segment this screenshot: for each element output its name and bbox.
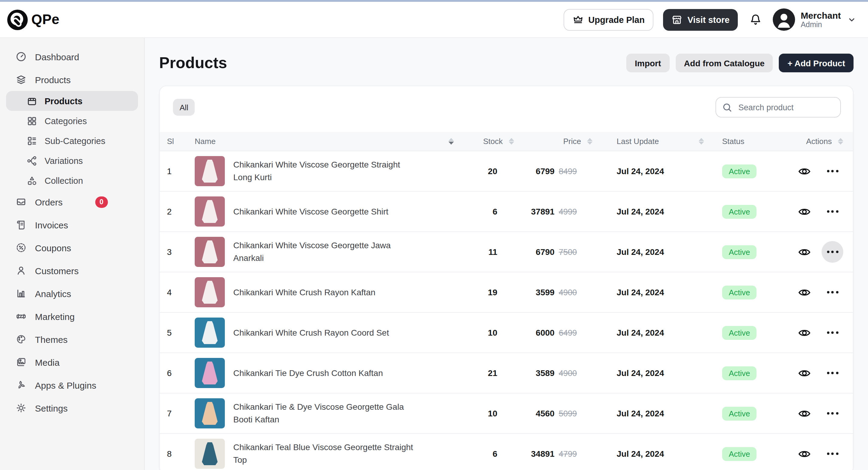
col-price: Price (563, 137, 581, 146)
qpe-logo-icon (7, 9, 28, 30)
product-name[interactable]: Chikankari Tie Dye Crush Cotton Kaftan (233, 367, 383, 379)
product-thumbnail[interactable] (195, 196, 225, 226)
product-thumbnail[interactable] (195, 237, 225, 267)
last-update-value: Jul 24, 2024 (592, 328, 704, 338)
last-update-value: Jul 24, 2024 (592, 409, 704, 418)
product-thumbnail[interactable] (195, 277, 225, 307)
sidebar-item-media[interactable]: Media (6, 351, 138, 374)
product-name[interactable]: Chikankari White Viscose Georgette Shirt (233, 205, 389, 218)
stock-value: 11 (454, 247, 514, 257)
sidebar-item-sub-categories[interactable]: Sub-Categories (6, 131, 138, 151)
product-name[interactable]: Chikankari White Viscose Georgette Jawa … (233, 239, 414, 264)
add-product-button[interactable]: + Add Product (779, 54, 854, 72)
row-actions-menu-icon[interactable] (822, 241, 843, 263)
row-serial: 1 (167, 166, 195, 176)
product-name[interactable]: Chikankari Teal Blue Viscose Georgette S… (233, 441, 414, 466)
product-name[interactable]: Chikankari White Crush Rayon Coord Set (233, 326, 389, 339)
table-header: Sl Name Stock (160, 132, 853, 151)
sidebar-item-categories[interactable]: Categories (6, 111, 138, 131)
chart-icon (16, 288, 27, 299)
add-from-catalogue-button[interactable]: Add from Catalogue (675, 54, 773, 72)
view-product-eye-icon[interactable] (798, 245, 811, 258)
page-title: Products (159, 54, 227, 72)
sidebar-item-coupons[interactable]: Coupons (6, 236, 138, 259)
product-thumbnail[interactable] (195, 439, 225, 469)
share-icon (27, 155, 37, 166)
sort-actions-icon[interactable] (838, 138, 843, 145)
import-button[interactable]: Import (626, 54, 670, 72)
filter-tab-all[interactable]: All (173, 99, 195, 116)
sidebar-item-settings[interactable]: Settings (6, 397, 138, 419)
view-product-eye-icon[interactable] (798, 447, 811, 460)
sidebar-item-analytics[interactable]: Analytics (6, 282, 138, 305)
visit-store-button[interactable]: Visit store (663, 9, 738, 30)
view-product-eye-icon[interactable] (798, 326, 811, 339)
last-update-value: Jul 24, 2024 (592, 247, 704, 257)
row-actions-menu-icon[interactable] (822, 201, 843, 222)
product-thumbnail[interactable] (195, 398, 225, 429)
crown-icon (572, 14, 584, 25)
product-name[interactable]: Chikankari White Crush Rayon Kaftan (233, 286, 375, 299)
sidebar-item-products-group[interactable]: Products (6, 68, 138, 91)
gear-icon (16, 403, 27, 413)
view-product-eye-icon[interactable] (798, 366, 811, 380)
last-update-value: Jul 24, 2024 (592, 166, 704, 176)
user-name: Merchant (801, 10, 841, 21)
sidebar-item-apps-plugins[interactable]: Apps & Plugins (6, 374, 138, 397)
col-name: Name (195, 137, 216, 146)
table-row: 4 Chikankari White Crush Rayon Kaftan 19… (160, 272, 853, 312)
notifications-bell-icon[interactable] (748, 12, 764, 27)
search-icon (722, 102, 733, 113)
product-name[interactable]: Chikankari Tie & Dye Viscose Georgette G… (233, 401, 414, 426)
sidebar-item-invoices[interactable]: Invoices (6, 213, 138, 236)
sort-name-icon[interactable] (448, 138, 454, 145)
sidebar-item-products[interactable]: Products (6, 91, 138, 111)
sidebar-item-variations[interactable]: Variations (6, 151, 138, 170)
discount-icon (16, 242, 27, 253)
view-product-eye-icon[interactable] (798, 286, 811, 299)
old-price: 6499 (559, 328, 577, 337)
sort-price-icon[interactable] (587, 138, 592, 145)
banner-icon (16, 311, 27, 322)
brand-name: QPe (31, 11, 59, 28)
product-thumbnail[interactable] (195, 318, 225, 348)
search-input[interactable] (737, 102, 846, 113)
row-actions-menu-icon[interactable] (822, 443, 843, 465)
upgrade-plan-button[interactable]: Upgrade Plan (564, 9, 654, 30)
sidebar-item-themes[interactable]: Themes (6, 328, 138, 351)
list-grid-icon (27, 135, 37, 146)
product-thumbnail[interactable] (195, 358, 225, 388)
user-menu[interactable]: Merchant Admin (773, 8, 856, 31)
app-viewport: QPe Upgrade Plan Visi (0, 0, 868, 470)
garment-shape (202, 200, 218, 223)
row-actions-menu-icon[interactable] (822, 281, 843, 303)
sidebar-item-marketing[interactable]: Marketing (6, 305, 138, 328)
sidebar-item-orders[interactable]: Orders 0 (6, 190, 138, 213)
view-product-eye-icon[interactable] (798, 407, 811, 420)
search-box[interactable] (715, 97, 841, 118)
sidebar-item-customers[interactable]: Customers (6, 259, 138, 282)
last-update-value: Jul 24, 2024 (592, 449, 704, 459)
row-actions-menu-icon[interactable] (822, 160, 843, 182)
old-price: 8499 (559, 167, 577, 176)
table-row: 5 Chikankari White Crush Rayon Coord Set… (160, 312, 853, 352)
row-actions-menu-icon[interactable] (822, 362, 843, 384)
status-badge: Active (722, 164, 757, 178)
col-last-update: Last Update (617, 137, 659, 146)
sort-stock-icon[interactable] (509, 138, 514, 145)
sidebar-item-collection[interactable]: Collection (6, 170, 138, 190)
status-badge: Active (722, 205, 757, 218)
row-actions-menu-icon[interactable] (822, 322, 843, 343)
current-price: 4560 (536, 409, 555, 418)
sidebar-item-dashboard[interactable]: Dashboard (6, 45, 138, 68)
product-thumbnail[interactable] (195, 156, 225, 186)
sort-last-update-icon[interactable] (699, 138, 704, 145)
view-product-eye-icon[interactable] (798, 164, 811, 178)
row-serial: 7 (167, 409, 195, 418)
box-icon (27, 95, 37, 106)
product-name[interactable]: Chikankari White Viscose Georgette Strai… (233, 158, 414, 184)
image-icon (16, 357, 27, 368)
brand-logo[interactable]: QPe (7, 9, 59, 30)
view-product-eye-icon[interactable] (798, 205, 811, 218)
row-actions-menu-icon[interactable] (822, 403, 843, 424)
